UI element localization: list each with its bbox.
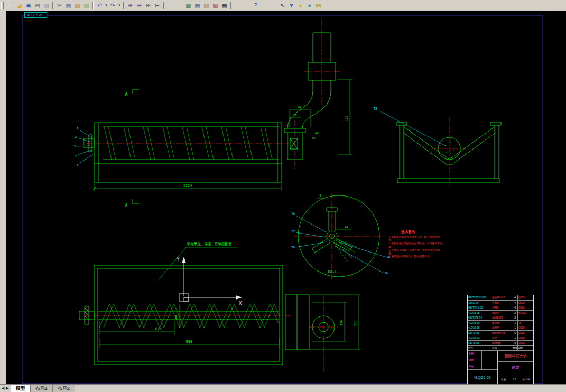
- tool-palettes-icon[interactable]: ▥: [202, 1, 211, 10]
- plot-icon[interactable]: ▤: [33, 1, 42, 10]
- layout-tab-bar: ◀ ▶ 模型 布局1 布局2: [0, 384, 566, 392]
- part-mat: [518, 315, 533, 320]
- part-mat: Q235: [518, 325, 533, 330]
- layer-states-icon[interactable]: ●: [305, 1, 314, 10]
- app-window: □◪▣▤▥✂▦▧▨↶▾↷▾⊕⊖⊞⊟▩▦▥▧▦?↖▼●●▤ 11文本 (细) ▼ …: [0, 0, 566, 392]
- toolbar-separator: [123, 2, 124, 9]
- undo-dropdown-icon[interactable]: ▾: [104, 1, 108, 10]
- match-properties-icon[interactable]: ▨: [82, 1, 91, 10]
- v-bracket-view[interactable]: 72: [373, 107, 501, 183]
- tab-model[interactable]: 模型: [11, 385, 31, 392]
- cut-icon[interactable]: ✂: [55, 1, 64, 10]
- spout-end-view[interactable]: 270 150: [285, 295, 360, 350]
- parts-row: GB/T276-94轴承62042: [468, 315, 533, 321]
- tab-nav-left-icon[interactable]: ◀: [2, 386, 4, 390]
- toolbar-grip: [1, 2, 4, 9]
- part-name: 螺母M8: [491, 341, 512, 346]
- paste-icon[interactable]: ▧: [73, 1, 82, 10]
- leader-note: 喷丸氧化，涂漆，联轴器配套: [187, 242, 232, 246]
- ucs-y-label: Y: [177, 257, 180, 262]
- parts-rows: GB/T5782-2000螺栓M8×254Q235GB 93-87垫圈8465M…: [468, 295, 533, 346]
- conveyor-side-view[interactable]: 1124 A A 1 2 3 4 5: [74, 90, 298, 208]
- new-icon[interactable]: □: [6, 1, 15, 10]
- field-label: 审核: [468, 363, 482, 369]
- dim-gap-b: 20: [315, 131, 319, 134]
- part-code: GB/T5782-2000: [468, 295, 491, 300]
- part-qty: 4: [512, 305, 518, 310]
- properties-icon[interactable]: ▩: [184, 1, 193, 10]
- layout-tag[interactable]: 4LQ15-01: [24, 12, 47, 18]
- copy-icon[interactable]: ▦: [64, 1, 73, 10]
- balloon-2: 2: [75, 135, 77, 138]
- zoom-out-icon[interactable]: ⊖: [135, 1, 144, 10]
- paper-border: [22, 16, 543, 384]
- zoom-realtime-icon[interactable]: ⊕: [126, 1, 135, 10]
- tab-layout2[interactable]: 布局2: [52, 385, 75, 392]
- dim-drop-height: 120: [345, 115, 348, 121]
- print-preview-icon[interactable]: ▥: [42, 1, 51, 10]
- parts-row: 4LQ15-06螺旋轴145: [468, 321, 533, 326]
- part-qty: 1: [512, 321, 518, 325]
- field-label: 描图: [468, 357, 482, 363]
- part-name: 垫圈8: [491, 301, 512, 305]
- layer-previous-icon[interactable]: ●: [296, 1, 305, 10]
- dim-shaft-dia: 80: [174, 315, 178, 319]
- impeller-detail-view[interactable]: 3 12 150.8 75 77 76 14 16: [291, 194, 391, 277]
- help-icon[interactable]: ?: [251, 1, 260, 10]
- dim-gap-a: 10: [312, 137, 316, 140]
- select-icon[interactable]: ↖: [278, 1, 287, 10]
- parts-header-name: 名称: [491, 346, 512, 350]
- sheet-set-icon[interactable]: ▧: [211, 1, 220, 10]
- dim-screw-length: 900: [186, 340, 193, 344]
- part-name: 螺旋轴: [491, 321, 512, 325]
- parts-header-row: 代号 名称 数量 材料: [468, 346, 533, 351]
- part-code: GB/T97.1-85: [468, 305, 491, 310]
- undo-icon[interactable]: ↶: [95, 1, 104, 10]
- part-mat: Q235: [518, 295, 533, 300]
- zoom-window-icon[interactable]: ⊞: [144, 1, 153, 10]
- screw-section-view[interactable]: 625 900 80 喷丸氧化，涂漆，联轴器配套: [79, 242, 283, 365]
- balloon-4: 4: [75, 154, 77, 157]
- drawing-canvas[interactable]: 1124 A A 1 2 3 4 5 90 45 20 10 120: [6, 11, 566, 385]
- tb-fields: 制图描图审核: [468, 351, 497, 370]
- dim-flange-a: 45: [293, 113, 297, 116]
- zoom-previous-icon[interactable]: ⊟: [153, 1, 162, 10]
- field-row: 描图: [468, 357, 497, 363]
- balloon-5: 5: [77, 163, 78, 166]
- notes-title: 技术要求: [388, 230, 443, 235]
- open-icon[interactable]: ◪: [15, 1, 24, 10]
- redo-dropdown-icon[interactable]: ▾: [117, 1, 122, 10]
- tab-nav: ◀ ▶: [0, 385, 11, 392]
- part-code: GB 70-85: [468, 331, 491, 335]
- balloon-77: 77: [291, 229, 295, 233]
- tab-nav-right-icon[interactable]: ▶: [6, 386, 8, 390]
- save-icon[interactable]: ▣: [24, 1, 33, 10]
- redo-icon[interactable]: ↷: [108, 1, 117, 10]
- part-name: 螺栓M8×25: [491, 295, 512, 300]
- drawing-title: 绞龙: [498, 362, 533, 374]
- dim-spout-bore: 150: [340, 320, 343, 325]
- title-area: 制图描图审核 4LQ15-01 西南科技大学 绞龙 比例 1:2 共 1 张: [468, 351, 533, 386]
- section-label-bottom: A: [125, 203, 128, 208]
- dim-screw-pitch: 625: [155, 327, 162, 331]
- field-row: 制图: [468, 351, 497, 357]
- field-value: [482, 363, 497, 369]
- filter-icon[interactable]: ▼: [287, 1, 296, 10]
- designcenter-icon[interactable]: ▦: [193, 1, 202, 10]
- note-line: 2. 装配后各运动部位应运转灵活，不得有卡滞现象。: [388, 242, 443, 248]
- discharge-elbow-view[interactable]: 90 45 20 10 120: [284, 33, 352, 160]
- toolbar-separator: [52, 2, 53, 9]
- part-name: 轴承6204: [491, 315, 512, 320]
- parts-row: GB 93-87垫圈8465Mn: [468, 301, 533, 306]
- calculator-icon[interactable]: ▦: [220, 1, 229, 10]
- technical-notes: 技术要求 1. 装配前所有零件须清洗干净，配合面涂润滑油。2. 装配后各运动部位…: [388, 230, 443, 258]
- sheet-count: 共 1 张: [523, 378, 530, 381]
- part-name: 轴承座: [491, 311, 512, 315]
- part-mat: Q235: [518, 341, 533, 346]
- tab-layout1[interactable]: 布局1: [30, 385, 53, 392]
- scale-label: 比例: [501, 378, 506, 381]
- note-line: 1. 装配前所有零件须清洗干净，配合面涂润滑油。: [388, 236, 443, 242]
- layers-icon[interactable]: ▤: [314, 1, 323, 10]
- parts-row: GB/T97.1-85垫圈84Q235: [468, 305, 533, 311]
- balloon-75: 75: [291, 212, 295, 216]
